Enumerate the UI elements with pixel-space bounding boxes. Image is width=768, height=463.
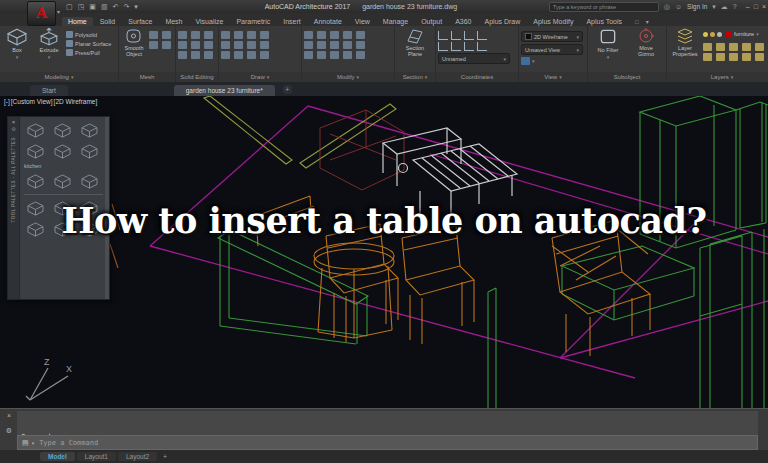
application-menu-arrow-icon[interactable]: ▾	[57, 8, 60, 15]
tool-icon-break[interactable]	[343, 51, 352, 59]
close-button[interactable]: ×	[762, 0, 766, 13]
close-icon[interactable]: ×	[7, 412, 11, 419]
view-panel-title[interactable]: View▾	[519, 72, 587, 82]
ucs-tool-icon-ucs-named[interactable]	[477, 42, 487, 51]
layer-tool-icon-layer-freeze[interactable]	[729, 43, 738, 51]
palette-tool-base-cabinet[interactable]	[24, 121, 46, 139]
draw-panel-title[interactable]: Draw▾	[219, 72, 301, 82]
tool-icon-refine-mesh[interactable]	[149, 41, 158, 49]
tool-icon-trim[interactable]	[330, 31, 339, 39]
layer-tool-icon-layer-off[interactable]	[703, 43, 712, 51]
tool-icon-array[interactable]	[304, 51, 313, 59]
ribbon-tab-visualize[interactable]: Visualize	[190, 17, 230, 26]
tool-icon-copy[interactable]	[356, 31, 365, 39]
ribbon-tab-manage[interactable]: Manage	[377, 17, 414, 26]
drawing-area[interactable]: [-] [Custom View] [2D Wireframe] × ⚙ TOO…	[0, 96, 768, 408]
ucs-tool-icon-ucs-x[interactable]	[438, 42, 448, 51]
palette-tool-sink-base[interactable]	[24, 172, 46, 190]
tool-icon-region[interactable]	[247, 51, 256, 59]
maximize-button[interactable]: □	[754, 0, 758, 13]
file-tab-start[interactable]: Start	[30, 85, 68, 96]
mesh-panel-title[interactable]: Mesh	[119, 72, 175, 82]
chevron-down-icon[interactable]: ▾	[712, 0, 716, 13]
ribbon-tab-surface[interactable]: Surface	[122, 17, 158, 26]
tool-icon-interfere[interactable]	[204, 41, 213, 49]
tool-icon-line[interactable]	[221, 31, 230, 39]
chevron-down-icon[interactable]: ▾	[532, 58, 535, 64]
palette-tool-column[interactable]	[78, 142, 100, 160]
tool-icon-extrude-faces[interactable]	[178, 51, 187, 59]
ribbon-collapse-icon[interactable]: ▾	[646, 18, 649, 26]
palette-tool-armchair[interactable]	[24, 220, 46, 238]
qat-icon-print[interactable]: ▥	[101, 0, 108, 13]
tool-icon-intersect[interactable]	[204, 31, 213, 39]
coordinates-panel-title[interactable]: Coordinates	[436, 72, 518, 82]
ribbon-tab-aplus-draw[interactable]: Aplus Draw	[479, 17, 527, 26]
ribbon-tab-aplus-modify[interactable]: Aplus Modify	[527, 17, 579, 26]
move-gizmo-button[interactable]: Move Gizmo	[631, 28, 661, 57]
ribbon-options-icon[interactable]: □	[635, 19, 639, 26]
tool-icon-fillet[interactable]	[317, 41, 326, 49]
ucs-tool-icon-ucs-previous[interactable]	[477, 31, 487, 40]
close-icon[interactable]: ×	[12, 119, 16, 125]
tool-icon-circle[interactable]	[247, 31, 256, 39]
chevron-down-icon[interactable]: ▾	[16, 54, 19, 60]
smooth-object-button[interactable]: Smooth Object	[121, 28, 147, 57]
ucs-tool-icon-ucs-3point[interactable]	[464, 31, 474, 40]
extrude-button[interactable]: Extrude ▾	[34, 28, 64, 60]
viewport-visual-style-control[interactable]: [2D Wireframe]	[54, 98, 98, 105]
tool-icon-scale[interactable]	[356, 41, 365, 49]
new-layout-button[interactable]: +	[163, 453, 167, 460]
layer-lock-icon[interactable]	[717, 32, 722, 37]
tool-icon-add-crease[interactable]	[162, 41, 171, 49]
a360-cloud-icon[interactable]: ☁	[721, 0, 728, 13]
tool-icon-polyline[interactable]	[234, 31, 243, 39]
tool-icon-rotate[interactable]	[317, 31, 326, 39]
palette-tool-countertop[interactable]	[78, 121, 100, 139]
tool-icon-arc[interactable]	[260, 31, 269, 39]
palette-section-label[interactable]: kitchen	[24, 162, 103, 170]
ucs-tool-icon-ucs-origin[interactable]	[451, 31, 461, 40]
qat-icon-qat-dropdown[interactable]: ▾	[134, 0, 138, 13]
tool-icon-erase[interactable]	[343, 31, 352, 39]
tool-icon-smooth-less[interactable]	[162, 31, 171, 39]
ribbon-tab-solid[interactable]: Solid	[94, 17, 122, 26]
polysolid-button[interactable]: Polysolid	[66, 31, 111, 38]
ribbon-tab-insert[interactable]: Insert	[277, 17, 307, 26]
ribbon-tab-mesh[interactable]: Mesh	[159, 17, 188, 26]
box-button[interactable]: Box ▾	[2, 28, 32, 60]
modeling-panel-title[interactable]: Modeling▾	[0, 72, 118, 82]
qat-icon-new[interactable]: ▢	[66, 0, 73, 13]
tool-icon-offset-faces[interactable]	[204, 51, 213, 59]
properties-icon[interactable]: ⚙	[11, 127, 15, 131]
command-input[interactable]	[37, 438, 753, 448]
ribbon-tab-view[interactable]: View	[349, 17, 376, 26]
layer-freeze-icon[interactable]	[710, 32, 715, 37]
no-filter-button[interactable]: No Filter ▾	[593, 28, 623, 60]
tool-icon-slice[interactable]	[178, 41, 187, 49]
viewport-menu-control[interactable]: [-]	[4, 98, 10, 105]
planar-surface-button[interactable]: Planar Surface	[66, 40, 111, 47]
minimize-button[interactable]: –	[746, 0, 750, 13]
chevron-down-icon[interactable]: ▾	[756, 31, 759, 37]
search-icon[interactable]: ◎	[664, 0, 670, 13]
ribbon-tab-aplus-tools[interactable]: Aplus Tools	[580, 17, 628, 26]
tool-icon-union[interactable]	[178, 31, 187, 39]
tool-icon-point[interactable]	[234, 51, 243, 59]
tool-icon-stretch[interactable]	[343, 41, 352, 49]
tool-icon-move-faces[interactable]	[191, 51, 200, 59]
layer-color-swatch[interactable]	[724, 30, 732, 38]
layer-tool-icon-layer-unlock[interactable]	[729, 53, 738, 61]
tool-palette-titlebar[interactable]: × ⚙ TOOL PALETTES - ALL PALETTES	[8, 117, 20, 299]
ribbon-tab-a360[interactable]: A360	[449, 17, 477, 26]
help-icon[interactable]: ?	[733, 0, 737, 13]
layers-panel-title[interactable]: Layers▾	[667, 72, 768, 82]
layer-tool-icon-layer-match[interactable]	[755, 43, 764, 51]
ucs-tool-icon-ucs-world[interactable]	[438, 31, 448, 40]
layer-tool-icon-layer-previous[interactable]	[703, 53, 712, 61]
tool-icon-join[interactable]	[356, 51, 365, 59]
tool-icon-mirror[interactable]	[304, 41, 313, 49]
layer-tool-icon-layer-lock[interactable]	[742, 43, 751, 51]
search-input[interactable]	[549, 2, 659, 12]
tool-icon-boundary[interactable]	[221, 51, 230, 59]
